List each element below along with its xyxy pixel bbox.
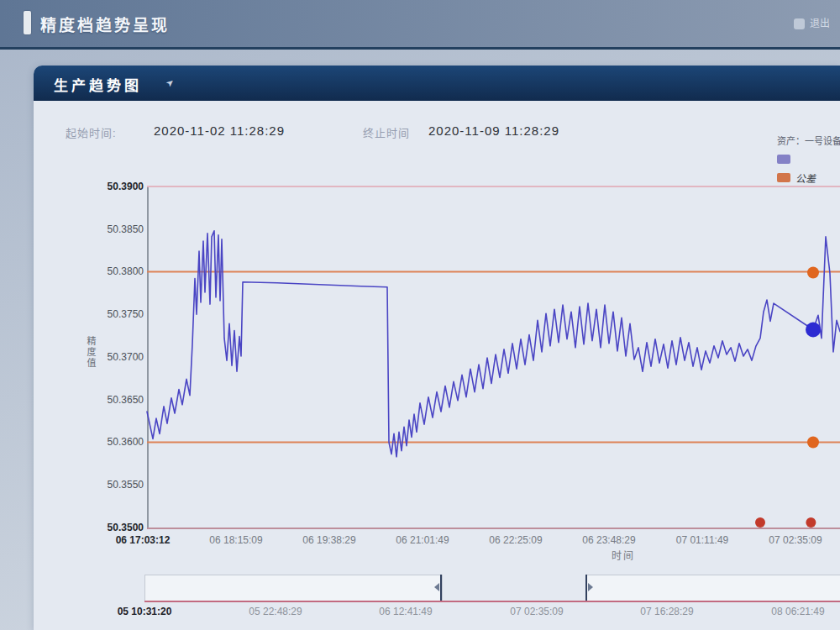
datazoom-right-shadow[interactable]: [585, 575, 840, 601]
x-axis-label: 06 18:15:09: [194, 534, 278, 546]
x-axis-label: 06 19:38:29: [287, 534, 371, 546]
datazoom-handle-right[interactable]: [585, 575, 587, 602]
y-axis-label: 50.3850: [88, 223, 144, 235]
y-axis-label: 50.3500: [88, 522, 144, 533]
caret-icon[interactable]: ➤: [164, 76, 176, 90]
legend-asset-text: 资产：一号设备: [777, 131, 840, 150]
y-axis-label: 50.3600: [88, 436, 144, 448]
header-user-label[interactable]: 退出: [810, 18, 830, 29]
user-icon: [794, 18, 805, 29]
y-axis-label: 50.3900: [88, 181, 144, 192]
start-time-label: 起始时间:: [66, 124, 117, 140]
y-axis-label: 50.3650: [88, 394, 144, 406]
datazoom-handle-left[interactable]: [440, 575, 442, 602]
limit-swatch-icon: [777, 173, 790, 182]
datazoom-track-line[interactable]: [144, 601, 840, 602]
panel-header: 生产趋势图 ➤: [34, 66, 840, 101]
datazoom-label: 07 16:28:29: [621, 606, 713, 617]
x-axis-label: 06 22:25:09: [474, 534, 558, 546]
datazoom-label: 05 22:48:29: [229, 606, 322, 617]
datazoom-handle-right-arrow-icon[interactable]: [588, 583, 593, 591]
y-axis-title: 精度值: [84, 336, 97, 369]
x-axis-label: 06 21:01:49: [381, 534, 465, 546]
app-header: 精度档趋势呈现 退出: [0, 0, 840, 50]
x-axis-label: 06 23:48:29: [567, 534, 651, 546]
datazoom-label: 06 12:41:49: [360, 606, 452, 617]
trend-chart: [147, 186, 840, 528]
app-title: 精度档趋势呈现: [40, 13, 170, 35]
app-logo-icon: [24, 11, 31, 34]
x-axis-title: 时间: [598, 548, 648, 562]
header-user-area[interactable]: 退出: [794, 15, 840, 32]
legend-item-limit[interactable]: 公差: [777, 168, 840, 186]
y-axis-label: 50.3550: [88, 479, 144, 491]
end-time-label: 终止时间: [363, 124, 410, 140]
start-time-value[interactable]: 2020-11-02 11:28:29: [154, 123, 285, 138]
datazoom-label: 05 10:31:20: [98, 606, 191, 617]
end-time-value[interactable]: 2020-11-09 11:28:29: [428, 123, 559, 138]
y-axis-label: 50.3750: [88, 308, 144, 320]
chart-legend: 资产：一号设备 公差: [777, 131, 840, 186]
datazoom-label: 08 06:21:49: [752, 606, 840, 617]
legend-limit-label: 公差: [795, 171, 816, 185]
x-axis-line: [147, 528, 840, 529]
panel-title: 生产趋势图: [54, 74, 142, 95]
y-axis-label: 50.3800: [88, 265, 144, 277]
x-axis-label: 07 01:11:49: [660, 534, 744, 546]
legend-item-series[interactable]: [777, 150, 840, 168]
x-axis-label: 07 02:35:09: [753, 534, 837, 546]
datazoom-handle-left-arrow-icon[interactable]: [434, 583, 439, 591]
x-axis-label: 06 17:03:12: [101, 534, 185, 546]
series-swatch-icon: [777, 155, 790, 164]
datazoom-left-shadow[interactable]: [144, 575, 443, 601]
datazoom-label: 07 02:35:09: [491, 606, 583, 617]
